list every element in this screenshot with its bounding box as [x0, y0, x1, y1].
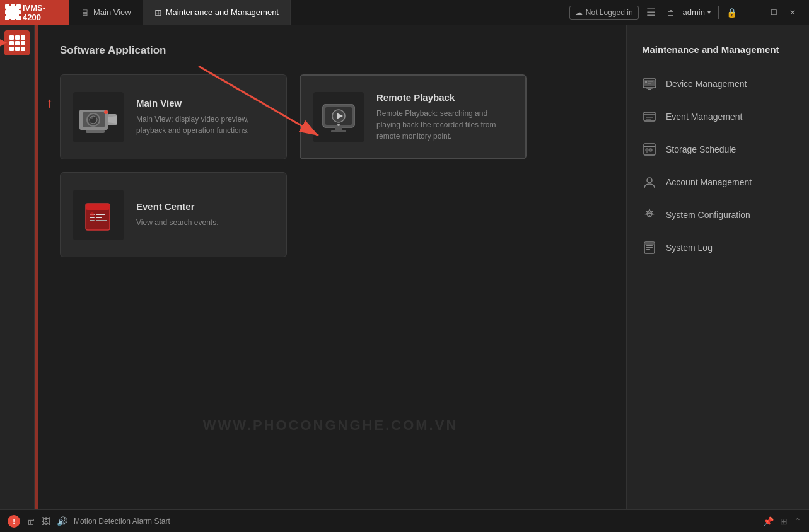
lock-icon[interactable]: 🔒: [726, 8, 737, 18]
svg-point-7: [90, 117, 93, 119]
cards-grid: Main View Main View: display video previ…: [60, 74, 601, 257]
card-remote-playback-icon-wrap: [313, 92, 364, 142]
account-management-label: Account Management: [666, 177, 752, 187]
content-area: Software Application ↑: [35, 25, 626, 509]
svg-rect-35: [646, 88, 653, 89]
svg-rect-34: [648, 89, 651, 90]
system-configuration-label: System Configuration: [666, 210, 750, 220]
event-management-label: Event Management: [666, 112, 742, 122]
menu-system-configuration[interactable]: System Configuration: [627, 199, 809, 231]
storage-schedule-label: Storage Schedule: [666, 144, 736, 154]
svg-rect-39: [646, 119, 651, 120]
close-button[interactable]: ✕: [784, 4, 801, 21]
cards-row-1: Main View Main View: display video previ…: [60, 74, 601, 159]
svg-rect-43: [649, 149, 652, 151]
right-panel-title: Maintenance and Management: [627, 38, 809, 67]
status-text: Motion Detection Alarm Start: [74, 517, 757, 526]
tab-main-view-icon: 🖥: [81, 8, 90, 18]
sound-icon[interactable]: 🔊: [57, 516, 67, 526]
event-svg-icon: [79, 196, 117, 234]
cloud-icon: ☁: [575, 8, 583, 17]
main-layout: ▶ Software Application ↑: [0, 25, 809, 509]
system-configuration-icon: [642, 207, 657, 223]
svg-rect-27: [96, 220, 107, 221]
monitor-icon[interactable]: 🖥: [663, 6, 678, 20]
menu-account-management[interactable]: Account Management: [627, 166, 809, 199]
user-dropdown-icon[interactable]: ▾: [707, 9, 711, 16]
playback-svg-icon: [320, 98, 358, 136]
titlebar-right: ☁ Not Logged in ☰ 🖥 admin ▾ 🔒 — ☐ ✕: [562, 4, 809, 21]
svg-rect-51: [644, 242, 655, 245]
svg-rect-25: [96, 217, 102, 218]
menu-storage-schedule[interactable]: Storage Schedule: [627, 133, 809, 166]
svg-point-28: [90, 212, 94, 216]
tab-main-view-label: Main View: [93, 8, 131, 17]
svg-rect-14: [335, 127, 342, 130]
svg-rect-38: [646, 117, 653, 118]
card-remote-playback[interactable]: Remote Playback Remote Playback: searchi…: [300, 74, 527, 159]
expand-icon[interactable]: ⊞: [780, 516, 788, 526]
sidebar-grid-button[interactable]: ▶: [4, 30, 30, 55]
up-arrow-indicator: ↑: [46, 95, 53, 111]
menu-system-log[interactable]: System Log: [627, 231, 809, 264]
tab-maintenance[interactable]: ⊞ Maintenance and Management: [143, 0, 291, 25]
app-logo: iVMS-4200: [0, 0, 69, 25]
window-controls: — ☐ ✕: [746, 4, 801, 21]
logo-icon: [6, 6, 19, 19]
image-icon[interactable]: 🖼: [42, 516, 50, 526]
svg-rect-50: [646, 249, 650, 250]
svg-rect-32: [648, 81, 653, 82]
pin-icon[interactable]: 📌: [763, 516, 774, 526]
svg-rect-42: [646, 149, 648, 151]
tab-maintenance-label: Maintenance and Management: [166, 8, 279, 17]
alarm-icon: !: [13, 518, 15, 525]
svg-rect-26: [90, 220, 95, 221]
card-main-view-title: Main View: [136, 98, 274, 108]
account-management-icon: [642, 175, 657, 190]
system-log-icon: [642, 240, 657, 255]
card-event-center-title: Event Center: [136, 201, 274, 212]
card-main-view[interactable]: Main View Main View: display video previ…: [60, 74, 287, 159]
user-name: admin: [683, 8, 705, 17]
card-main-view-desc: Main View: display video preview, playba…: [136, 113, 274, 136]
tab-main-view[interactable]: 🖥 Main View: [69, 0, 143, 25]
device-management-icon: [642, 76, 657, 91]
list-icon[interactable]: ☰: [644, 5, 658, 20]
svg-point-45: [647, 178, 652, 183]
left-accent-bar: [35, 25, 38, 509]
svg-rect-24: [90, 217, 95, 218]
svg-rect-44: [646, 152, 648, 153]
cloud-status: Not Logged in: [586, 8, 633, 17]
card-main-view-info: Main View Main View: display video previ…: [136, 98, 274, 136]
storage-schedule-icon: [642, 142, 657, 157]
restore-button[interactable]: ☐: [765, 4, 783, 21]
svg-rect-31: [645, 81, 647, 83]
system-log-label: System Log: [666, 243, 713, 253]
menu-device-management[interactable]: Device Management: [627, 67, 809, 100]
tab-list: 🖥 Main View ⊞ Maintenance and Management: [69, 0, 562, 25]
camera-svg-icon: [76, 98, 120, 136]
statusbar: ! 🗑 🖼 🔊 Motion Detection Alarm Start 📌 ⊞…: [0, 509, 809, 532]
cloud-button[interactable]: ☁ Not Logged in: [569, 6, 639, 20]
svg-rect-23: [96, 214, 105, 215]
card-event-center-icon-wrap: [73, 190, 124, 240]
chevron-up-icon[interactable]: ⌃: [794, 516, 801, 526]
card-event-center-desc: View and search events.: [136, 217, 274, 228]
titlebar: iVMS-4200 🖥 Main View ⊞ Maintenance and …: [0, 0, 809, 25]
card-remote-playback-info: Remote Playback Remote Playback: searchi…: [376, 92, 513, 142]
alarm-indicator: !: [8, 515, 20, 528]
menu-event-management[interactable]: Event Management: [627, 100, 809, 133]
svg-rect-10: [86, 130, 105, 133]
svg-rect-21: [86, 204, 110, 210]
minimize-button[interactable]: —: [746, 4, 764, 21]
svg-rect-49: [646, 247, 653, 248]
user-section: admin ▾: [683, 8, 711, 17]
statusbar-right: 📌 ⊞ ⌃: [763, 516, 801, 526]
cards-row-2: Event Center View and search events.: [60, 172, 601, 257]
watermark: WWW.PHOCONGNGHE.COM.VN: [203, 417, 458, 434]
svg-point-11: [104, 110, 108, 114]
sidebar-arrow-indicator: ▶: [0, 37, 11, 49]
trash-icon[interactable]: 🗑: [26, 516, 35, 526]
card-event-center[interactable]: Event Center View and search events.: [60, 172, 287, 257]
card-remote-playback-desc: Remote Playback: searching and playing b…: [376, 108, 513, 142]
